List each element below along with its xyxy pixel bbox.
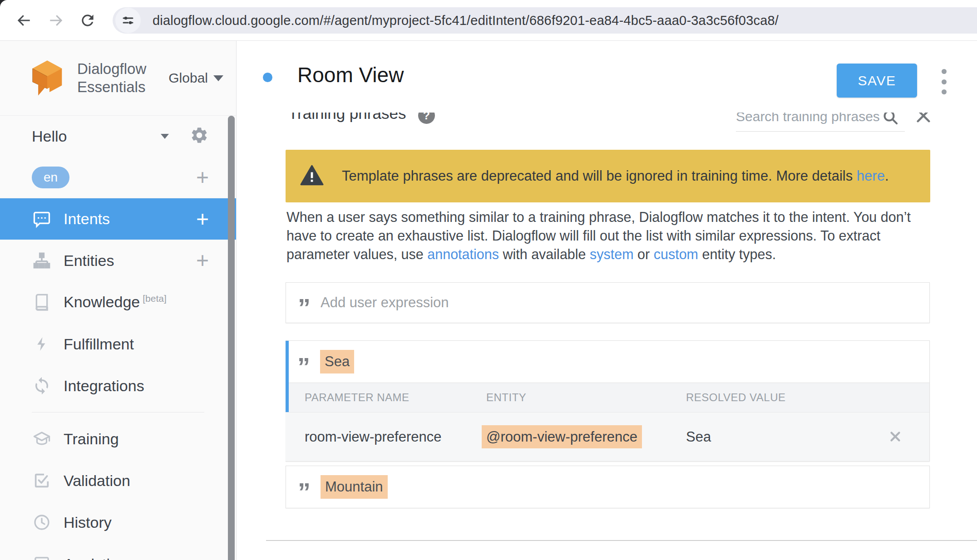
intent-status-dot xyxy=(263,73,272,82)
quote-icon: ” xyxy=(298,298,319,308)
sidebar-item-history[interactable]: History xyxy=(0,501,236,543)
clock-icon xyxy=(32,512,52,532)
sidebar-item-analytics[interactable]: Analytics xyxy=(0,543,236,560)
delete-annotation-icon[interactable] xyxy=(888,429,903,448)
intent-header: Room View SAVE xyxy=(237,41,977,113)
column-resolved-value: RESOLVED VALUE xyxy=(686,391,929,404)
column-entity: ENTITY xyxy=(486,391,686,404)
main-panel: Training phrases ? xyxy=(237,41,977,560)
browser-toolbar: dialogflow.cloud.google.com/#/agent/mypr… xyxy=(0,0,977,41)
site-settings-icon[interactable] xyxy=(115,8,141,33)
address-bar[interactable]: dialogflow.cloud.google.com/#/agent/mypr… xyxy=(113,7,977,34)
bolt-icon xyxy=(32,334,52,354)
parameter-table: PARAMETER NAME ENTITY RESOLVED VALUE roo… xyxy=(286,383,929,461)
add-entity-button[interactable]: + xyxy=(196,250,209,271)
deprecation-warning-banner: Template phrases are deprecated and will… xyxy=(286,150,930,202)
region-selector[interactable]: Global xyxy=(168,70,223,86)
add-expression-card: ” xyxy=(286,282,930,323)
browser-forward-button[interactable] xyxy=(44,9,67,32)
warning-text: Template phrases are deprecated and will… xyxy=(342,168,889,184)
sidebar-divider xyxy=(32,412,204,413)
book-icon xyxy=(32,292,52,312)
sidebar: Dialogflow Essentials Global Hello en + xyxy=(0,41,237,560)
sidebar-item-knowledge[interactable]: Knowledge[beta] xyxy=(0,281,236,323)
graduation-cap-icon xyxy=(32,429,52,449)
agent-settings-gear-icon[interactable] xyxy=(190,126,209,147)
sync-icon xyxy=(32,376,52,396)
quote-icon: ” xyxy=(297,357,318,367)
dialogflow-logo-icon xyxy=(30,59,64,97)
more-options-kebab-icon[interactable] xyxy=(939,69,948,94)
bar-chart-icon xyxy=(32,554,52,560)
entity-cell[interactable]: @room-view-preference xyxy=(482,425,642,448)
checkbox-icon xyxy=(32,471,52,491)
phrase-row[interactable]: ” Sea xyxy=(286,341,929,383)
sidebar-scrollbar[interactable] xyxy=(228,116,235,560)
url-text: dialogflow.cloud.google.com/#/agent/mypr… xyxy=(153,13,779,28)
training-phrase-card-sea: ” Sea PARAMETER NAME ENTITY RESOLVED VAL… xyxy=(286,340,930,462)
browser-back-button[interactable] xyxy=(13,9,35,32)
language-badge[interactable]: en xyxy=(32,167,69,188)
add-language-button[interactable]: + xyxy=(196,167,209,188)
column-parameter-name: PARAMETER NAME xyxy=(286,391,486,404)
table-row: room-view-preference @room-view-preferen… xyxy=(286,412,929,461)
beta-badge: [beta] xyxy=(143,293,167,304)
agent-dropdown-icon[interactable] xyxy=(161,134,169,139)
brand-title: Dialogflow Essentials xyxy=(77,60,146,96)
agent-name[interactable]: Hello xyxy=(32,128,67,145)
sidebar-item-fulfillment[interactable]: Fulfillment xyxy=(0,323,236,365)
parameter-name-cell[interactable]: room-view-preference xyxy=(286,429,486,445)
sidebar-item-validation[interactable]: Validation xyxy=(0,460,236,501)
warning-here-link[interactable]: here xyxy=(857,168,885,184)
add-intent-button[interactable]: + xyxy=(196,208,209,230)
add-user-expression-input[interactable] xyxy=(321,295,929,311)
annotated-phrase-text[interactable]: Sea xyxy=(320,350,354,373)
sidebar-item-integrations[interactable]: Integrations xyxy=(0,365,236,407)
chat-bubble-icon xyxy=(32,209,52,229)
training-description: When a user says something similar to a … xyxy=(286,208,930,264)
language-row: en + xyxy=(0,157,236,198)
phrase-row[interactable]: ” Mountain xyxy=(286,466,929,508)
chevron-down-icon xyxy=(213,75,223,81)
warning-icon xyxy=(300,164,324,188)
sitemap-icon xyxy=(32,251,52,270)
agent-selector-row: Hello xyxy=(0,116,236,157)
annotations-link[interactable]: annotations xyxy=(427,246,499,262)
sidebar-item-training[interactable]: Training xyxy=(0,418,236,460)
sidebar-item-intents[interactable]: Intents + xyxy=(0,198,236,240)
system-entities-link[interactable]: system xyxy=(590,246,634,262)
quote-icon: ” xyxy=(298,482,319,492)
sidebar-item-entities[interactable]: Entities + xyxy=(0,240,236,281)
custom-entities-link[interactable]: custom xyxy=(654,246,698,262)
brand-header: Dialogflow Essentials Global xyxy=(0,41,236,116)
browser-reload-button[interactable] xyxy=(76,9,99,32)
save-button[interactable]: SAVE xyxy=(837,64,917,98)
section-bottom-divider xyxy=(266,540,977,541)
training-phrase-card-mountain: ” Mountain xyxy=(286,466,930,508)
parameter-table-header: PARAMETER NAME ENTITY RESOLVED VALUE xyxy=(286,383,929,412)
intent-title: Room View xyxy=(297,63,404,87)
annotated-phrase-text[interactable]: Mountain xyxy=(321,475,388,499)
